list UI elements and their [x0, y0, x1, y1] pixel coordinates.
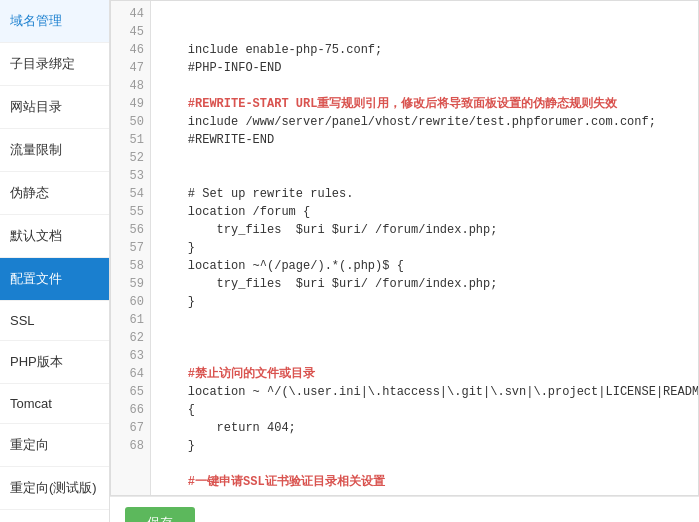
code-line: location ~^(/page/).*(.php)$ {: [159, 257, 690, 275]
sidebar-item-tomcat[interactable]: Tomcat: [0, 384, 109, 424]
sidebar-item-redirect-test[interactable]: 重定向(测试版): [0, 467, 109, 510]
sidebar-item-ssl[interactable]: SSL: [0, 301, 109, 341]
save-button[interactable]: 保存: [125, 507, 195, 522]
code-line: }: [159, 239, 690, 257]
line-number: 53: [111, 167, 150, 185]
line-number: 67: [111, 419, 150, 437]
code-line: return 404;: [159, 419, 690, 437]
line-number: 66: [111, 401, 150, 419]
line-number: 49: [111, 95, 150, 113]
code-line: [159, 167, 690, 185]
code-line: #一键申请SSL证书验证目录相关设置: [159, 473, 690, 491]
sidebar-item-domain[interactable]: 域名管理: [0, 0, 109, 43]
line-numbers: 4445464748495051525354555657585960616263…: [111, 1, 151, 495]
code-line: [159, 329, 690, 347]
code-content[interactable]: include enable-php-75.conf; #PHP-INFO-EN…: [151, 1, 698, 495]
line-number: 63: [111, 347, 150, 365]
save-area: 保存: [110, 496, 699, 522]
code-line: [159, 455, 690, 473]
line-number: 47: [111, 59, 150, 77]
line-number: 48: [111, 77, 150, 95]
line-number: 60: [111, 293, 150, 311]
code-line: [159, 311, 690, 329]
code-line: #REWRITE-START URL重写规则引用，修改后将导致面板设置的伪静态规…: [159, 95, 690, 113]
line-number: 65: [111, 383, 150, 401]
line-number: 57: [111, 239, 150, 257]
code-line: {: [159, 401, 690, 419]
line-number: 51: [111, 131, 150, 149]
sidebar-item-traffic[interactable]: 流量限制: [0, 129, 109, 172]
code-line: #REWRITE-END: [159, 131, 690, 149]
sidebar-item-config[interactable]: 配置文件: [0, 258, 109, 301]
code-line: [159, 149, 690, 167]
code-line: [159, 347, 690, 365]
line-number: 61: [111, 311, 150, 329]
code-line: [159, 77, 690, 95]
sidebar-item-rewrite[interactable]: 伪静态: [0, 172, 109, 215]
line-number: 68: [111, 437, 150, 455]
line-number: 59: [111, 275, 150, 293]
sidebar-item-subdir[interactable]: 子目录绑定: [0, 43, 109, 86]
line-number: 52: [111, 149, 150, 167]
line-number: 64: [111, 365, 150, 383]
code-line: location ~ ^/(\.user.ini|\.htaccess|\.gi…: [159, 383, 690, 401]
code-line: try_files $uri $uri/ /forum/index.php;: [159, 221, 690, 239]
line-number: 45: [111, 23, 150, 41]
sidebar-item-default-doc[interactable]: 默认文档: [0, 215, 109, 258]
sidebar-item-redirect[interactable]: 重定向: [0, 424, 109, 467]
line-number: 44: [111, 5, 150, 23]
code-line: try_files $uri $uri/ /forum/index.php;: [159, 275, 690, 293]
sidebar-item-php[interactable]: PHP版本: [0, 341, 109, 384]
code-line: # Set up rewrite rules.: [159, 185, 690, 203]
code-editor[interactable]: 4445464748495051525354555657585960616263…: [110, 0, 699, 496]
line-number: 54: [111, 185, 150, 203]
line-number: 55: [111, 203, 150, 221]
code-line: include enable-php-75.conf;: [159, 41, 690, 59]
line-number: 50: [111, 113, 150, 131]
line-number: 56: [111, 221, 150, 239]
line-number: 62: [111, 329, 150, 347]
code-line: }: [159, 293, 690, 311]
code-line: #禁止访问的文件或目录: [159, 365, 690, 383]
code-line: include /www/server/panel/vhost/rewrite/…: [159, 113, 690, 131]
sidebar-item-reverse-proxy[interactable]: 反向代理: [0, 510, 109, 522]
line-number: 46: [111, 41, 150, 59]
sidebar: 域名管理 子目录绑定 网站目录 流量限制 伪静态 默认文档 配置文件 SSL P…: [0, 0, 110, 522]
code-line: #PHP-INFO-END: [159, 59, 690, 77]
code-line: }: [159, 437, 690, 455]
main-content: 4445464748495051525354555657585960616263…: [110, 0, 699, 522]
line-number: 58: [111, 257, 150, 275]
sidebar-item-webdir[interactable]: 网站目录: [0, 86, 109, 129]
code-line: location /forum {: [159, 203, 690, 221]
